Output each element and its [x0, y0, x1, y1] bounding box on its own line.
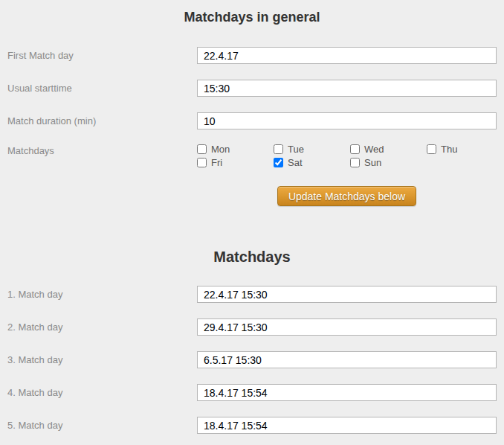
weekday-option-fri[interactable]: Fri	[197, 158, 274, 167]
update-button-row: Update Matchdays below	[197, 186, 497, 206]
matchday-row-4: 4. Match day	[7, 383, 497, 402]
sun-checkbox-label: Sun	[364, 157, 381, 168]
match-duration-input[interactable]	[197, 112, 497, 129]
weekday-checkbox-group: Mon Tue Wed Thu Fri Sat	[197, 144, 503, 167]
matchday-row-2: 2. Match day	[7, 318, 497, 336]
page-title: Matchdays in general	[0, 9, 504, 25]
matchday-2-label: 2. Match day	[7, 321, 197, 333]
match-duration-row: Match duration (min)	[7, 112, 497, 130]
matchday-5-input[interactable]	[197, 417, 497, 434]
usual-starttime-row: Usual starttime	[7, 79, 497, 97]
sat-checkbox[interactable]	[274, 158, 283, 167]
weekday-option-sat[interactable]: Sat	[274, 158, 350, 167]
wed-checkbox-label: Wed	[364, 144, 384, 155]
weekday-option-thu[interactable]: Thu	[427, 144, 503, 154]
first-match-day-label: First Match day	[7, 50, 197, 61]
thu-checkbox[interactable]	[427, 144, 436, 154]
sun-checkbox[interactable]	[350, 158, 360, 167]
matchday-4-label: 4. Match day	[7, 387, 197, 398]
usual-starttime-label: Usual starttime	[7, 83, 197, 94]
matchday-3-input[interactable]	[197, 351, 497, 368]
matchday-4-input[interactable]	[197, 384, 497, 401]
update-matchdays-button[interactable]: Update Matchdays below	[277, 186, 416, 206]
sat-checkbox-label: Sat	[288, 157, 303, 168]
weekday-option-tue[interactable]: Tue	[274, 144, 350, 154]
matchday-row-5: 5. Match day	[7, 416, 497, 435]
weekday-option-mon[interactable]: Mon	[197, 144, 274, 154]
wed-checkbox[interactable]	[350, 144, 360, 154]
matchday-row-3: 3. Match day	[7, 350, 497, 369]
fri-checkbox[interactable]	[197, 158, 207, 167]
first-match-day-input[interactable]	[197, 47, 497, 64]
weekday-option-sun[interactable]: Sun	[350, 158, 427, 167]
matchday-1-label: 1. Match day	[7, 289, 197, 300]
matchday-3-label: 3. Match day	[7, 354, 197, 365]
usual-starttime-input[interactable]	[197, 80, 497, 97]
matchdays-label: Matchdays	[7, 144, 197, 156]
mon-checkbox-label: Mon	[211, 144, 230, 155]
matchday-settings-page: Matchdays in general First Match day Usu…	[0, 9, 504, 445]
match-duration-label: Match duration (min)	[7, 115, 197, 127]
first-match-day-row: First Match day	[7, 46, 497, 65]
matchday-2-input[interactable]	[197, 318, 497, 336]
fri-checkbox-label: Fri	[211, 157, 222, 168]
mon-checkbox[interactable]	[197, 144, 207, 154]
matchday-5-label: 5. Match day	[7, 420, 197, 431]
matchday-1-input[interactable]	[197, 286, 497, 303]
weekday-option-wed[interactable]: Wed	[350, 144, 427, 154]
matchdays-section-title: Matchdays	[0, 248, 504, 266]
thu-checkbox-label: Thu	[441, 144, 457, 155]
matchday-list: 1. Match day 2. Match day 3. Match day 4…	[0, 285, 504, 435]
tue-checkbox-label: Tue	[288, 144, 304, 155]
matchday-row-1: 1. Match day	[7, 285, 497, 304]
tue-checkbox[interactable]	[274, 144, 283, 154]
matchdays-checkbox-row: Matchdays Mon Tue Wed Thu Fri	[7, 144, 497, 167]
